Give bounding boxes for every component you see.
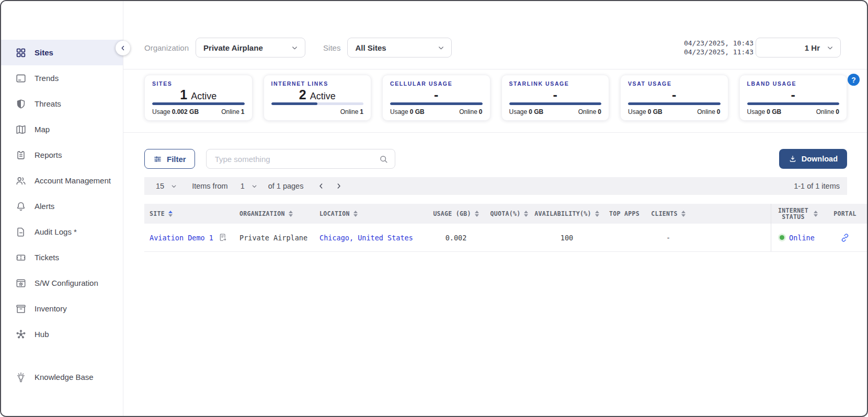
sidebar-item-label: Knowledge Base — [35, 373, 94, 381]
sites-value: All Sites — [355, 43, 386, 52]
site-link[interactable]: Aviation Demo 1 — [150, 234, 213, 242]
internet-status-link[interactable]: Online — [789, 234, 815, 242]
card-usage — [271, 108, 273, 115]
summary-cards-band: SITES 1Active Usage0.002 GB Online1 INTE… — [123, 69, 867, 133]
topbar: Organization Private Airplane Sites All … — [144, 38, 841, 57]
search-icon[interactable] — [379, 154, 389, 164]
hub-icon — [15, 329, 27, 340]
sidebar-item-label: Alerts — [35, 202, 54, 211]
sidebar-item-inventory[interactable]: Inventory — [1, 296, 123, 321]
sidebar-item-label: Sites — [35, 48, 53, 57]
sidebar-item-label: Audit Logs * — [35, 227, 77, 236]
sidebar-item-audit-logs[interactable]: Audit Logs * — [1, 219, 123, 245]
column-header-quota[interactable]: QUOTA(%) — [485, 204, 533, 224]
card-usage: Usage0 GB — [628, 108, 663, 115]
internet-status-cell: Online — [771, 224, 823, 251]
sidebar-item-tickets[interactable]: Tickets — [1, 245, 123, 270]
site-report-icon[interactable] — [218, 233, 228, 242]
alerts-bell-icon — [15, 201, 27, 212]
card-online: Online0 — [578, 108, 601, 115]
card-value: - — [628, 87, 721, 102]
usage-gb-cell: 0.002 — [427, 224, 485, 251]
card-title: VSAT USAGE — [628, 80, 721, 87]
search-input[interactable] — [215, 155, 379, 164]
sidebar-item-alerts[interactable]: Alerts — [1, 193, 123, 219]
column-header-organization[interactable]: ORGANIZATION — [234, 204, 314, 224]
organization-value: Private Airplane — [203, 43, 263, 52]
top-apps-cell — [600, 224, 648, 251]
help-icon[interactable]: ? — [848, 74, 860, 86]
card-value: - — [509, 87, 602, 102]
reports-icon — [15, 149, 27, 161]
table-row: Aviation Demo 1 Private Airplane Chicago… — [144, 224, 867, 252]
portal-link-icon[interactable] — [840, 233, 850, 243]
inventory-box-icon — [15, 303, 27, 315]
card-usage: Usage0.002 GB — [152, 108, 199, 115]
sidebar-item-sw-configuration[interactable]: S/W Configuration — [1, 270, 123, 296]
time-range-start: 04/23/2025, 10:43 — [684, 39, 753, 48]
organization-select[interactable]: Private Airplane — [196, 38, 305, 57]
card-online: Online1 — [221, 108, 244, 115]
usage-progress-bar — [628, 102, 721, 105]
card-value: 1Active — [152, 87, 245, 102]
chevron-down-icon — [291, 44, 299, 52]
page-size-select[interactable]: 15 — [156, 182, 177, 190]
next-page-icon[interactable] — [335, 182, 343, 190]
sidebar-item-label: Inventory — [35, 304, 67, 313]
column-header-top-apps[interactable]: TOP APPS — [600, 204, 648, 224]
column-header-clients[interactable]: CLIENTS — [648, 204, 688, 224]
sites-label: Sites — [323, 43, 340, 52]
sort-icon — [289, 211, 293, 217]
quota-cell — [485, 224, 533, 251]
sidebar-item-trends[interactable]: Trends — [1, 65, 123, 91]
items-from-label: Items from — [192, 182, 227, 190]
sites-select[interactable]: All Sites — [347, 38, 452, 57]
sort-icon — [475, 211, 479, 217]
usage-progress-bar — [747, 102, 840, 105]
sidebar-item-label: Reports — [35, 150, 62, 159]
table-toolbar: Filter Download — [144, 149, 847, 169]
column-header-internet-status[interactable]: INTERNET STATUS — [771, 204, 823, 224]
previous-page-icon[interactable] — [317, 182, 325, 190]
sidebar-item-threats[interactable]: Threats — [1, 91, 123, 117]
usage-progress-bar — [152, 102, 245, 105]
sidebar-collapse-button[interactable] — [116, 41, 130, 55]
main-content: Organization Private Airplane Sites All … — [123, 1, 867, 416]
column-header-availability[interactable]: AVAILABILITY(%) — [533, 204, 600, 224]
card-online: Online0 — [816, 108, 839, 115]
trends-icon — [15, 73, 27, 84]
summary-card-internet-links: INTERNET LINKS 2Active Online1 — [264, 75, 372, 121]
sidebar-item-label: Map — [35, 125, 50, 134]
column-header-portal[interactable]: PORTAL — [823, 204, 867, 224]
card-title: LBAND USAGE — [747, 80, 840, 87]
sidebar: Sites Trends Threats Map Reports — [1, 1, 123, 416]
sidebar-item-reports[interactable]: Reports — [1, 142, 123, 168]
card-title: INTERNET LINKS — [271, 80, 364, 87]
organization-cell: Private Airplane — [234, 224, 314, 251]
threats-shield-icon — [15, 98, 27, 110]
filter-button[interactable]: Filter — [144, 149, 195, 169]
chevron-left-icon — [119, 44, 127, 52]
sidebar-item-knowledge-base[interactable]: Knowledge Base — [1, 364, 123, 390]
time-interval-select[interactable]: 1 Hr — [756, 38, 841, 57]
download-icon — [789, 155, 797, 163]
download-button[interactable]: Download — [779, 149, 847, 169]
sort-icon — [168, 211, 173, 217]
page-number-select[interactable]: 1 — [241, 182, 258, 190]
page-arrows — [317, 182, 343, 190]
column-header-site[interactable]: SITE — [144, 204, 234, 224]
card-usage: Usage0 GB — [509, 108, 544, 115]
sidebar-item-label: Hub — [35, 330, 49, 339]
sidebar-item-sites[interactable]: Sites — [1, 40, 123, 65]
sidebar-item-label: Trends — [35, 74, 59, 83]
sidebar-item-hub[interactable]: Hub — [1, 321, 123, 347]
column-header-usage-gb[interactable]: USAGE (GB) — [427, 204, 485, 224]
sidebar-item-label: Threats — [35, 99, 61, 108]
column-header-location[interactable]: LOCATION — [314, 204, 427, 224]
sidebar-item-account-management[interactable]: Account Management — [1, 168, 123, 193]
card-usage: Usage0 GB — [390, 108, 425, 115]
location-link[interactable]: Chicago, United States — [319, 234, 413, 242]
sidebar-item-map[interactable]: Map — [1, 117, 123, 142]
filter-sliders-icon — [153, 155, 162, 164]
app-window: Sites Trends Threats Map Reports — [0, 0, 868, 417]
